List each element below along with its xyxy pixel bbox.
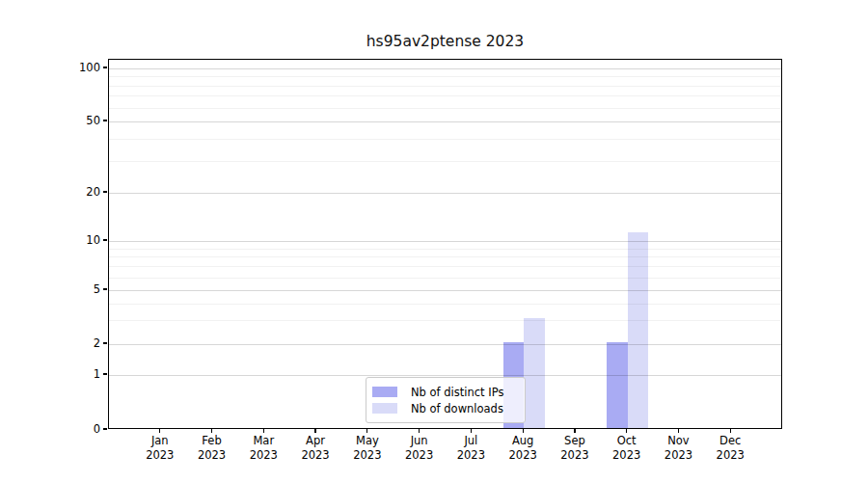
minor-gridline [109, 161, 781, 162]
x-tick-label: Sep2023 [546, 434, 604, 463]
minor-gridline [109, 320, 781, 321]
x-tick-mark [574, 429, 575, 433]
x-tick-label: Nov2023 [649, 434, 707, 463]
legend-swatch-distinct-ips [372, 387, 397, 397]
x-tick-mark [471, 429, 472, 433]
plot-area [108, 59, 782, 429]
x-tick-label: Apr2023 [286, 434, 344, 463]
y-tick-label: 2 [0, 336, 100, 350]
y-tick-label: 100 [0, 61, 100, 74]
x-tick-mark [523, 429, 524, 433]
x-tick-label: Dec2023 [701, 434, 759, 463]
legend-label-downloads: Nb of downloads [411, 402, 503, 415]
x-tick-mark [366, 429, 367, 433]
minor-gridline [109, 249, 781, 250]
legend-label-distinct-ips: Nb of distinct IPs [411, 386, 503, 399]
x-tick-mark [159, 429, 160, 433]
major-gridline [109, 290, 781, 291]
y-tick-label: 0 [0, 422, 100, 436]
x-tick-mark [263, 429, 264, 433]
legend-swatch-downloads [372, 403, 397, 414]
x-tick-mark [626, 429, 627, 433]
minor-gridline [109, 278, 781, 279]
y-tick-label: 20 [0, 185, 100, 199]
y-tick-mark [103, 373, 107, 374]
chart-canvas: hs95av2ptense 2023 0125102050100 Jan2023… [0, 0, 868, 482]
x-tick-label: Aug2023 [494, 434, 552, 463]
y-tick-label: 1 [0, 367, 100, 381]
major-gridline [109, 375, 781, 376]
major-gridline [109, 344, 781, 345]
y-tick-mark [103, 288, 107, 289]
y-tick-mark [103, 342, 107, 343]
x-tick-label: Jul2023 [442, 434, 500, 463]
x-tick-mark [314, 429, 315, 433]
minor-gridline [109, 266, 781, 267]
minor-gridline [109, 76, 781, 77]
x-tick-label: May2023 [339, 434, 396, 463]
minor-gridline [109, 304, 781, 305]
x-tick-mark [730, 429, 731, 433]
x-tick-mark [678, 429, 679, 433]
major-gridline [109, 68, 781, 69]
chart-title: hs95av2ptense 2023 [108, 33, 782, 50]
y-tick-label: 5 [0, 282, 100, 296]
major-gridline [109, 241, 781, 242]
major-gridline [109, 121, 781, 122]
minor-gridline [109, 256, 781, 257]
y-tick-mark [103, 428, 107, 429]
minor-gridline [109, 86, 781, 87]
major-gridline [109, 193, 781, 194]
y-tick-label: 50 [0, 114, 100, 127]
x-tick-mark [211, 429, 212, 433]
x-tick-label: Mar2023 [234, 434, 292, 463]
minor-gridline [109, 139, 781, 140]
y-tick-mark [103, 239, 107, 240]
minor-gridline [109, 108, 781, 109]
gridlines-layer [109, 60, 781, 428]
y-tick-label: 10 [0, 233, 100, 247]
x-tick-mark [419, 429, 420, 433]
legend-item-downloads: Nb of downloads [372, 400, 517, 416]
y-tick-mark [103, 67, 107, 67]
minor-gridline [109, 95, 781, 96]
legend: Nb of distinct IPs Nb of downloads [366, 377, 526, 423]
legend-item-distinct-ips: Nb of distinct IPs [372, 384, 517, 400]
x-tick-label: Oct2023 [598, 434, 656, 463]
y-tick-mark [103, 191, 107, 192]
y-tick-mark [103, 120, 107, 120]
x-tick-label: Jan2023 [131, 434, 189, 463]
x-tick-label: Feb2023 [183, 434, 241, 463]
x-tick-label: Jun2023 [391, 434, 448, 463]
